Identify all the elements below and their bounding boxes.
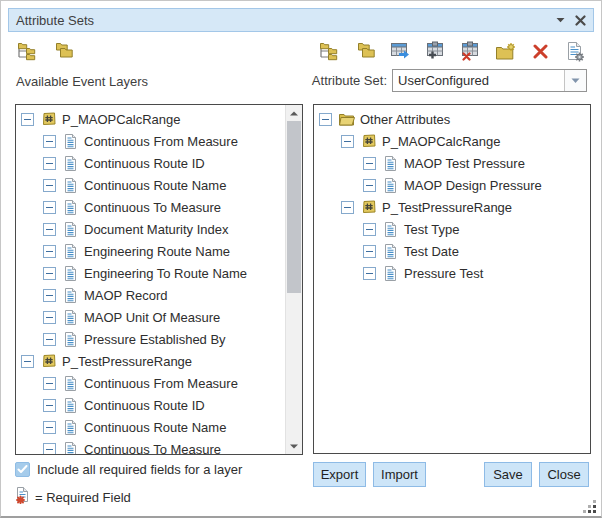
collapse-minus-icon[interactable]: [43, 399, 56, 412]
collapse-minus-icon[interactable]: [43, 267, 56, 280]
attribute-set-panel: Other AttributesP_MAOPCalcRangeMAOP Test…: [313, 104, 591, 454]
collapse-minus-icon[interactable]: [43, 333, 56, 346]
field-icon: [382, 155, 399, 172]
tree-item-label: Engineering To Route Name: [84, 266, 247, 281]
close-button[interactable]: Close: [539, 462, 589, 487]
tree-item[interactable]: Engineering To Route Name: [16, 262, 285, 284]
collapse-minus-icon[interactable]: [43, 157, 56, 170]
tree-item[interactable]: P_TestPressureRange: [16, 350, 285, 372]
scroll-down-icon[interactable]: [286, 438, 302, 454]
attribute-set-combobox[interactable]: UserConfigured: [392, 69, 587, 92]
tree-item[interactable]: Continuous Route ID: [16, 152, 285, 174]
collapse-minus-icon[interactable]: [43, 245, 56, 258]
collapse-caret-icon[interactable]: [551, 11, 569, 29]
tree-item[interactable]: Test Date: [314, 240, 590, 262]
collapse-minus-icon[interactable]: [363, 245, 376, 258]
collapse-minus-icon[interactable]: [43, 443, 56, 455]
tree-item[interactable]: Continuous Route ID: [16, 394, 285, 416]
left-panel-scrollbar[interactable]: [285, 105, 302, 454]
add-attribute-tree-icon[interactable]: [319, 40, 342, 62]
collapse-minus-icon[interactable]: [43, 201, 56, 214]
field-icon: [62, 287, 79, 304]
scrollbar-thumb[interactable]: [287, 121, 301, 293]
document-settings-icon[interactable]: [564, 40, 587, 62]
tree-item-label: Continuous Route ID: [84, 156, 205, 171]
collapse-minus-icon[interactable]: [363, 179, 376, 192]
tree-item-label: Document Maturity Index: [84, 222, 229, 237]
collapse-minus-icon[interactable]: [43, 421, 56, 434]
export-button[interactable]: Export: [313, 462, 366, 487]
collapse-minus-icon[interactable]: [21, 113, 34, 126]
new-folder-icon[interactable]: [494, 40, 517, 62]
scroll-up-icon[interactable]: [286, 105, 302, 121]
field-icon: [62, 265, 79, 282]
collapse-minus-icon[interactable]: [341, 201, 354, 214]
include-required-fields-checkbox[interactable]: [15, 462, 30, 477]
delete-icon[interactable]: [529, 40, 552, 62]
field-icon: [382, 243, 399, 260]
available-event-layers-panel: P_MAOPCalcRangeContinuous From MeasureCo…: [15, 104, 303, 455]
field-icon: [382, 221, 399, 238]
tree-item[interactable]: P_MAOPCalcRange: [16, 108, 285, 130]
tree-item[interactable]: P_MAOPCalcRange: [314, 130, 590, 152]
collapse-minus-icon[interactable]: [43, 135, 56, 148]
open-folders-icon[interactable]: [52, 40, 75, 62]
field-icon: [62, 221, 79, 238]
collapse-minus-icon[interactable]: [319, 113, 332, 126]
tree-item-label: MAOP Unit Of Measure: [84, 310, 220, 325]
tree-item[interactable]: Pressure Established By: [16, 328, 285, 350]
event-layer-icon: [360, 199, 377, 216]
tree-item-label: Continuous To Measure: [84, 442, 221, 455]
tree-item[interactable]: Continuous Route Name: [16, 416, 285, 438]
titlebar[interactable]: Attribute Sets: [8, 8, 594, 32]
collapse-minus-icon[interactable]: [43, 289, 56, 302]
collapse-minus-icon[interactable]: [341, 135, 354, 148]
close-icon[interactable]: [571, 11, 589, 29]
collapse-minus-icon[interactable]: [43, 377, 56, 390]
tree-item[interactable]: Pressure Test: [314, 262, 590, 284]
tree-item[interactable]: MAOP Record: [16, 284, 285, 306]
resize-grip[interactable]: [584, 500, 596, 512]
field-icon: [62, 441, 79, 455]
toolbar-right-group: [319, 40, 587, 62]
tree-item[interactable]: MAOP Design Pressure: [314, 174, 590, 196]
save-button[interactable]: Save: [484, 462, 532, 487]
tree-item-label: Continuous To Measure: [84, 200, 221, 215]
tree-item[interactable]: Continuous To Measure: [16, 196, 285, 218]
field-icon: [62, 243, 79, 260]
event-layer-icon: [40, 111, 57, 128]
combobox-dropdown-button[interactable]: [564, 70, 586, 91]
collapse-minus-icon[interactable]: [43, 311, 56, 324]
tree-item[interactable]: Continuous From Measure: [16, 372, 285, 394]
attribute-set-value: UserConfigured: [393, 70, 564, 91]
tree-item[interactable]: Test Type: [314, 218, 590, 240]
collapse-minus-icon[interactable]: [363, 223, 376, 236]
toolbar-left-group: [17, 40, 75, 62]
collapse-minus-icon[interactable]: [21, 355, 34, 368]
collapse-minus-icon[interactable]: [43, 223, 56, 236]
import-button[interactable]: Import: [373, 462, 426, 487]
attribute-sets-dialog: Attribute Sets: [0, 0, 602, 518]
collapse-minus-icon[interactable]: [43, 179, 56, 192]
tree-item[interactable]: MAOP Test Pressure: [314, 152, 590, 174]
field-icon: [62, 397, 79, 414]
collapse-minus-icon[interactable]: [363, 157, 376, 170]
tree-item[interactable]: Continuous From Measure: [16, 130, 285, 152]
add-table-icon[interactable]: [424, 40, 447, 62]
tree-item[interactable]: MAOP Unit Of Measure: [16, 306, 285, 328]
tree-item[interactable]: Other Attributes: [314, 108, 590, 130]
tree-item-label: P_TestPressureRange: [62, 354, 192, 369]
export-table-icon[interactable]: [389, 40, 412, 62]
attribute-set-row: Attribute Set: UserConfigured: [312, 69, 587, 92]
add-event-layer-tree-icon[interactable]: [17, 40, 40, 62]
tree-item[interactable]: P_TestPressureRange: [314, 196, 590, 218]
collapse-minus-icon[interactable]: [363, 267, 376, 280]
tree-item[interactable]: Continuous Route Name: [16, 174, 285, 196]
tree-item[interactable]: Engineering Route Name: [16, 240, 285, 262]
tree-item[interactable]: Document Maturity Index: [16, 218, 285, 240]
field-icon: [62, 133, 79, 150]
tree-item-label: P_TestPressureRange: [382, 200, 512, 215]
remove-table-icon[interactable]: [459, 40, 482, 62]
open-folders-icon[interactable]: [354, 40, 377, 62]
tree-item[interactable]: Continuous To Measure: [16, 438, 285, 454]
